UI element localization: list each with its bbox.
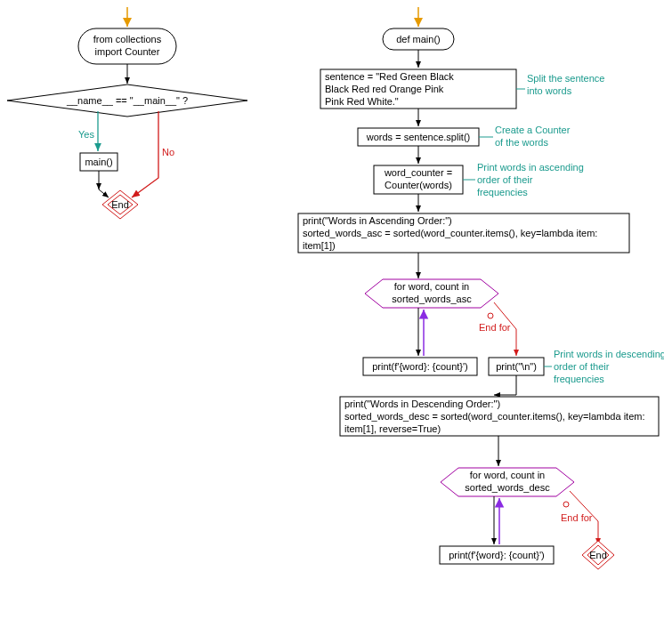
end-left: End	[102, 190, 138, 219]
annotation-asc-l3: frequencies	[477, 187, 528, 197]
asc-box: print("Words in Ascending Order:") sorte…	[298, 213, 629, 253]
decision-name-main: __name__ == "__main__" ?	[7, 85, 247, 117]
print-newline-label: print("\n")	[496, 361, 537, 372]
print-word-asc-label: print(f'{word}: {count}')	[372, 361, 468, 372]
import-line2: import Counter	[95, 46, 160, 57]
main-call-box: main()	[80, 153, 117, 171]
word-counter-l1: word_counter =	[384, 167, 452, 178]
asc-l3: item[1])	[303, 240, 336, 251]
main-call-label: main()	[85, 157, 112, 167]
desc-l1: print("Words in Descending Order:")	[344, 398, 500, 409]
annotation-desc-l3: frequencies	[554, 374, 604, 384]
annotation-asc-l2: order of their	[477, 174, 533, 185]
svg-point-26	[563, 502, 569, 507]
import-box: from collections import Counter	[78, 28, 176, 64]
sentence-l3: Pink Red White."	[325, 96, 399, 107]
sentence-l2: Black Red red Orange Pink	[325, 84, 444, 94]
sentence-l1: sentence = "Red Green Black	[325, 71, 454, 82]
for-desc-hex: for word, count in sorted_words_desc	[441, 468, 574, 496]
annotation-split-l1: Split the sentence	[527, 73, 604, 84]
def-main-label: def main()	[396, 34, 441, 44]
sentence-box: sentence = "Red Green Black Black Red re…	[320, 69, 516, 109]
annotation-desc-l2: order of their	[554, 361, 610, 372]
annotation-split-l2: into words	[527, 85, 572, 96]
for-asc-l2: sorted_words_asc	[392, 294, 472, 304]
for-desc-l2: sorted_words_desc	[465, 482, 550, 493]
word-counter-l2: Counter(words)	[385, 180, 452, 190]
edge-no	[132, 111, 158, 197]
endfor1-label: End for	[479, 322, 511, 333]
word-counter-box: word_counter = Counter(words)	[374, 165, 463, 194]
print-word-desc-label: print(f'{word}: {count}')	[449, 550, 545, 560]
svg-point-17	[488, 313, 493, 318]
annotation-desc-l1: Print words in descending	[554, 349, 664, 359]
decision-label: __name__ == "__main__" ?	[66, 95, 188, 106]
yes-label: Yes	[78, 129, 94, 140]
for-desc-l1: for word, count in	[470, 470, 545, 480]
left-flowchart: from collections import Counter __name__…	[7, 7, 247, 219]
print-word-asc-box: print(f'{word}: {count}')	[363, 358, 477, 375]
end-right: End	[582, 541, 614, 569]
words-box: words = sentence.split()	[358, 128, 479, 146]
def-main-box: def main()	[383, 28, 454, 50]
annotation-counter-l1: Create a Counter	[495, 125, 571, 135]
no-label: No	[162, 147, 174, 157]
right-flowchart: def main() sentence = "Red Green Black B…	[298, 7, 664, 569]
asc-l1: print("Words in Ascending Order:")	[303, 215, 452, 226]
words-label: words = sentence.split()	[366, 132, 470, 142]
svg-line-2	[99, 189, 109, 197]
import-line1: from collections	[93, 34, 162, 44]
desc-box: print("Words in Descending Order:") sort…	[340, 397, 659, 436]
asc-l2: sorted_words_asc = sorted(word_counter.i…	[303, 228, 597, 238]
for-asc-l1: for word, count in	[394, 281, 469, 292]
for-asc-hex: for word, count in sorted_words_asc	[365, 279, 498, 308]
print-newline-box: print("\n")	[489, 358, 544, 375]
annotation-asc-l1: Print words in ascending	[477, 162, 584, 173]
desc-l3: item[1], reverse=True)	[344, 423, 441, 434]
desc-l2: sorted_words_desc = sorted(word_counter.…	[344, 411, 645, 422]
annotation-counter-l2: of the words	[495, 137, 548, 148]
endfor2-label: End for	[561, 512, 593, 523]
end-left-label: End	[111, 199, 129, 210]
print-word-desc-box: print(f'{word}: {count}')	[440, 546, 554, 564]
end-right-label: End	[589, 550, 607, 560]
